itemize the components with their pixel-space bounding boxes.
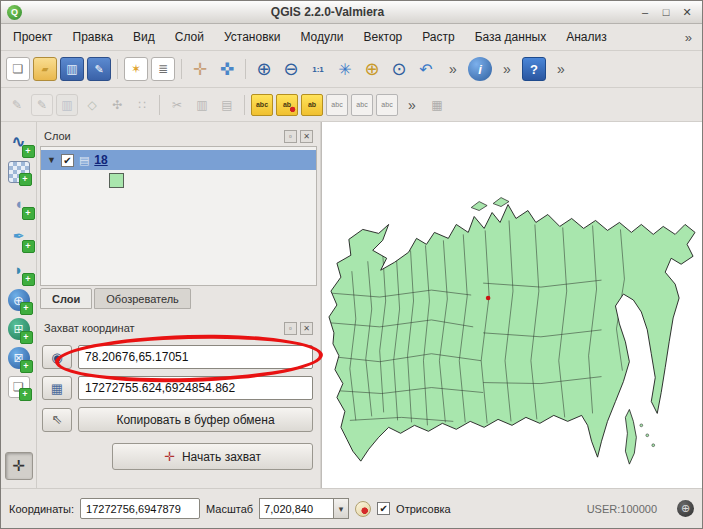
layer-visibility-checkbox[interactable]: ✔ bbox=[61, 154, 74, 167]
add-wcs-layer-icon[interactable]: ⊞ bbox=[8, 318, 30, 340]
menu-raster[interactable]: Растр bbox=[420, 28, 456, 46]
add-spatialite-layer-icon[interactable]: ✒ bbox=[6, 223, 32, 249]
menu-overflow-icon[interactable]: » bbox=[685, 30, 692, 45]
zoom-to-selection-icon[interactable]: ⊕ bbox=[360, 57, 384, 81]
zoom-in-icon[interactable]: ⊕ bbox=[252, 57, 276, 81]
dock-close-icon[interactable]: ✕ bbox=[300, 322, 313, 335]
capture-panel-titlebar: Захват координат ▫ ✕ bbox=[40, 318, 317, 338]
copy-to-clipboard-button[interactable]: Копировать в буфер обмена bbox=[78, 407, 313, 432]
dock-close-icon[interactable]: ✕ bbox=[300, 130, 313, 143]
labeling-icon[interactable]: abc bbox=[251, 94, 273, 116]
arctic-island bbox=[493, 198, 509, 207]
tab-layers[interactable]: Слои bbox=[40, 288, 92, 309]
zoom-last-icon[interactable]: ↶ bbox=[414, 57, 438, 81]
geographic-coordinate-field[interactable]: 78.20676,65.17051 bbox=[78, 345, 313, 369]
projected-coordinate-field[interactable]: 17272755.624,6924854.862 bbox=[78, 376, 313, 400]
add-wms-layer-icon[interactable]: ⊕ bbox=[8, 289, 30, 311]
zoom-full-icon[interactable]: ✳ bbox=[333, 57, 357, 81]
identify-features-icon[interactable]: i bbox=[468, 57, 492, 81]
menu-vector[interactable]: Вектор bbox=[361, 28, 404, 46]
pan-map-icon[interactable]: ✛ bbox=[188, 57, 212, 81]
menu-layer[interactable]: Слой bbox=[173, 28, 206, 46]
minimize-button[interactable]: – bbox=[636, 4, 654, 20]
expander-icon[interactable]: ▼ bbox=[47, 155, 56, 165]
map-tips-icon[interactable]: ▦ bbox=[426, 94, 448, 116]
coordinates-field[interactable]: 17272756,6947879 bbox=[80, 498, 200, 519]
save-edits-icon[interactable]: ▥ bbox=[56, 94, 78, 116]
add-postgis-layer-icon[interactable]: ◖ bbox=[6, 190, 32, 216]
toolbar-overflow-icon[interactable]: » bbox=[549, 57, 573, 81]
node-tool-icon[interactable]: ∷ bbox=[131, 94, 153, 116]
toolbar-separator bbox=[181, 59, 182, 79]
maximize-button[interactable]: □ bbox=[657, 4, 675, 20]
add-vector-layer-icon[interactable]: ∿ bbox=[6, 128, 32, 154]
menu-database[interactable]: База данных bbox=[473, 28, 548, 46]
zoom-to-layer-icon[interactable]: ⊙ bbox=[387, 57, 411, 81]
zoom-native-icon[interactable]: 1:1 bbox=[306, 57, 330, 81]
label-abc-icon[interactable]: ab bbox=[301, 94, 323, 116]
label-outline-icon[interactable]: abc bbox=[376, 94, 398, 116]
current-edits-icon[interactable]: ✎ bbox=[6, 94, 28, 116]
toolbar-overflow-icon[interactable]: » bbox=[401, 94, 423, 116]
coordinate-capture-tool-button[interactable]: ✛ bbox=[5, 452, 33, 480]
scale-combo[interactable]: 7,020,840 ▾ bbox=[259, 498, 349, 519]
new-shapefile-layer-icon[interactable]: ❏ bbox=[8, 376, 30, 398]
label-outline-icon[interactable]: abc bbox=[326, 94, 348, 116]
add-feature-icon[interactable]: ◇ bbox=[81, 94, 103, 116]
render-status-icon[interactable] bbox=[355, 501, 371, 517]
scale-value[interactable]: 7,020,840 bbox=[259, 498, 333, 519]
layer-row[interactable]: ▼ ✔ ▤ 18 bbox=[41, 150, 316, 170]
menu-view[interactable]: Вид bbox=[131, 28, 157, 46]
chevron-down-icon[interactable]: ▾ bbox=[333, 498, 349, 519]
menu-project[interactable]: Проект bbox=[11, 28, 55, 46]
toolbar-overflow-icon[interactable]: » bbox=[441, 57, 465, 81]
new-project-icon[interactable]: ❏ bbox=[6, 57, 30, 81]
toolbar-overflow-icon[interactable]: » bbox=[495, 57, 519, 81]
menu-settings[interactable]: Установки bbox=[222, 28, 282, 46]
track-mouse-button[interactable]: ⇖ bbox=[42, 408, 72, 432]
dock-panels: Слои ▫ ✕ ▼ ✔ ▤ 18 Слои Обозрева bbox=[37, 122, 320, 488]
pan-to-selection-icon[interactable]: ✜ bbox=[215, 57, 239, 81]
menu-analysis[interactable]: Анализ bbox=[564, 28, 609, 46]
add-mssql-layer-icon[interactable]: ◗ bbox=[6, 256, 32, 282]
render-checkbox[interactable]: ✔ bbox=[377, 502, 390, 515]
capture-marker bbox=[486, 296, 491, 301]
dock-float-icon[interactable]: ▫ bbox=[284, 322, 297, 335]
copy-features-icon[interactable]: ▥ bbox=[191, 94, 213, 116]
paste-features-icon[interactable]: ▤ bbox=[216, 94, 238, 116]
toggle-editing-icon[interactable]: ✎ bbox=[31, 94, 53, 116]
map-canvas[interactable] bbox=[322, 122, 702, 488]
coordinate-capture-panel: Захват координат ▫ ✕ ◉ 78.20676,65.17051… bbox=[40, 318, 317, 470]
help-icon[interactable]: ? bbox=[522, 57, 546, 81]
add-raster-layer-icon[interactable] bbox=[8, 161, 30, 183]
toolbar-separator bbox=[117, 59, 118, 79]
dock-float-icon[interactable]: ▫ bbox=[284, 130, 297, 143]
move-feature-icon[interactable]: ✣ bbox=[106, 94, 128, 116]
sakhalin-island bbox=[625, 409, 636, 464]
save-project-as-icon[interactable]: ✎ bbox=[87, 57, 111, 81]
start-capture-button[interactable]: ✛ Начать захват bbox=[112, 443, 313, 470]
label-toolbar: ✎ ✎ ▥ ◇ ✣ ∷ ✂ ▥ ▤ abc ab ab abc abc abc … bbox=[1, 88, 702, 122]
layer-tree: ▼ ✔ ▤ 18 bbox=[40, 146, 317, 286]
title-bar: Q QGIS 2.2.0-Valmiera – □ ✕ bbox=[1, 1, 702, 24]
menu-plugins[interactable]: Модули bbox=[298, 28, 345, 46]
qgis-window: Q QGIS 2.2.0-Valmiera – □ ✕ Проект Правк… bbox=[0, 0, 703, 529]
crs-status-icon[interactable]: ⊕ bbox=[677, 500, 694, 517]
coordinates-label: Координаты: bbox=[9, 503, 74, 515]
new-composer-icon[interactable]: ✶ bbox=[124, 57, 148, 81]
geographic-crs-button[interactable]: ◉ bbox=[42, 345, 72, 369]
menu-edit[interactable]: Правка bbox=[71, 28, 116, 46]
layer-name[interactable]: 18 bbox=[94, 153, 107, 167]
tab-browser[interactable]: Обозреватель bbox=[94, 288, 191, 309]
composer-manager-icon[interactable]: ≣ bbox=[151, 57, 175, 81]
zoom-out-icon[interactable]: ⊖ bbox=[279, 57, 303, 81]
russia-region bbox=[329, 205, 695, 462]
open-project-icon[interactable]: ▰ bbox=[33, 57, 57, 81]
cut-features-icon[interactable]: ✂ bbox=[166, 94, 188, 116]
add-wfs-layer-icon[interactable]: ⊠ bbox=[8, 347, 30, 369]
label-pin-icon[interactable]: ab bbox=[276, 94, 298, 116]
close-button[interactable]: ✕ bbox=[678, 4, 696, 20]
save-project-icon[interactable]: ▥ bbox=[60, 57, 84, 81]
label-outline-icon[interactable]: abc bbox=[351, 94, 373, 116]
projected-crs-button[interactable]: ▦ bbox=[42, 376, 72, 400]
